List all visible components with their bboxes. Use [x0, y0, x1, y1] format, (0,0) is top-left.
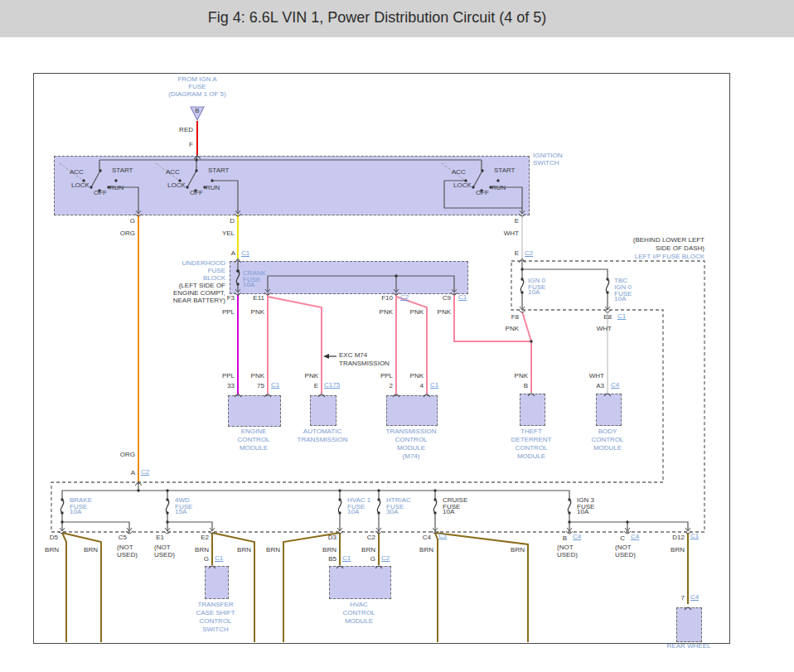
- connector-link[interactable]: C4: [690, 594, 699, 601]
- diagram-label: A3: [596, 383, 604, 389]
- diagram-label: ENGINE COMPT,: [173, 290, 225, 297]
- transmission-control-module-label: (M74): [403, 453, 420, 460]
- ignition-position-label-start-1: START: [112, 167, 133, 174]
- ignition-position-label-off-1: OFF: [94, 190, 107, 196]
- connector-link[interactable]: C4: [631, 534, 639, 540]
- connector-link[interactable]: C1: [617, 313, 626, 320]
- diagram-label: ORG: [120, 230, 135, 237]
- connector-link[interactable]: C4: [573, 534, 581, 540]
- connector-link[interactable]: C2: [525, 250, 533, 257]
- diagram-label: (BEHIND LOWER LEFT: [633, 237, 704, 244]
- ignition-position-label-off-3: OFF: [476, 190, 489, 196]
- ignition-position-label-run-1: RUN: [109, 185, 123, 191]
- diagram-label: 4: [420, 383, 424, 389]
- body-control-module-box: [596, 394, 622, 426]
- connector-link[interactable]: C1: [430, 382, 438, 389]
- diagram-label: 10A: [443, 509, 454, 515]
- connector-link[interactable]: C1: [215, 555, 223, 562]
- automatic-transmission-label: AUTOMATIC: [303, 428, 341, 435]
- hvac-control-module-label: CONTROL: [342, 610, 375, 616]
- diagram-label: 10A: [577, 509, 588, 515]
- diagram-label: UNDERHOOD: [182, 260, 225, 267]
- diagram-label: FROM IGN A: [177, 76, 216, 83]
- ignition-position-label-off-2: OFF: [190, 190, 203, 196]
- diagram-label: B: [563, 535, 567, 542]
- diagram-label: F8: [511, 314, 519, 321]
- theft-deterrent-control-module-label: CONTROL: [515, 445, 547, 452]
- diagram-label: 15A: [175, 509, 186, 515]
- bottom-crop-mask: [0, 649, 794, 672]
- diagram-label: D5: [50, 534, 58, 541]
- transfer-case-shift-control-switch-label: CONTROL: [199, 618, 231, 625]
- ignition-position-label-start-3: START: [494, 167, 515, 174]
- diagram-label: E: [515, 250, 519, 257]
- diagram-label: F10: [381, 295, 393, 302]
- diagram-label: PNK: [380, 309, 393, 316]
- diagram-label: E: [314, 383, 318, 389]
- diagram-label: G: [204, 556, 209, 563]
- connector-link[interactable]: C1: [690, 533, 699, 539]
- connector-link[interactable]: C2: [141, 469, 149, 476]
- diagram-label: (NOT: [557, 544, 574, 551]
- connector-link[interactable]: C1: [438, 533, 447, 539]
- title-bar: Fig 4: 6.6L VIN 1, Power Distribution Ci…: [0, 0, 794, 37]
- engine-control-module-label: CONTROL: [237, 437, 269, 443]
- diagram-label: USED): [154, 552, 175, 558]
- connector-link[interactable]: C1: [241, 250, 249, 257]
- diagram-label: (NOT: [154, 544, 171, 551]
- ignition-position-label-acc-3: ACC: [452, 169, 466, 176]
- connector-link[interactable]: C4: [611, 382, 619, 389]
- diagram-label: BRN: [419, 547, 433, 554]
- diagram-label: A: [131, 470, 135, 476]
- diagram-label: BRN: [195, 547, 209, 554]
- diagram-label: PNK: [515, 373, 528, 380]
- diagram-label: B: [195, 108, 199, 114]
- diagram-label: BRN: [237, 547, 251, 554]
- diagram-label: PNK: [251, 309, 264, 316]
- diagram-label: USED): [117, 552, 138, 558]
- diagram-label: BRN: [671, 547, 685, 554]
- ignition-position-label-run-3: RUN: [491, 185, 506, 191]
- diagram-label: YEL: [222, 230, 235, 237]
- body-control-module-label: CONTROL: [591, 437, 623, 443]
- diagram-label: NEAR BATTERY): [173, 297, 225, 304]
- connector-link[interactable]: C1: [458, 294, 467, 301]
- connector-link[interactable]: C2: [381, 555, 390, 562]
- connector-link[interactable]: C2: [400, 294, 409, 301]
- diagram-label: EXC M74: [339, 352, 367, 359]
- connector-link[interactable]: C175: [324, 382, 340, 389]
- automatic-transmission-label: TRANSMISSION: [298, 437, 348, 443]
- theft-deterrent-control-module-label: MODULE: [517, 453, 545, 460]
- connector-link[interactable]: C1: [342, 555, 351, 562]
- diagram-label: LEFT I/P FUSE BLOCK: [635, 254, 704, 260]
- diagram-label: E2: [201, 534, 209, 541]
- diagram-label: D12: [672, 534, 685, 541]
- diagram-label: 75: [257, 383, 264, 389]
- diagram-label: BRN: [45, 547, 59, 554]
- engine-control-module-box: [228, 395, 281, 427]
- ignition-position-label-acc-1: ACC: [70, 169, 84, 176]
- diagram-label: E1: [156, 534, 164, 541]
- diagram-label: 30A: [386, 509, 398, 515]
- transmission-control-module-label: TRANSMISSION: [386, 428, 437, 435]
- diagram-label: C2: [367, 534, 375, 541]
- ignition-position-label-lock-1: LOCK: [71, 182, 90, 189]
- diagram-label: F: [189, 142, 193, 148]
- diagram-label: B: [524, 383, 528, 389]
- diagram-label: C: [620, 535, 625, 542]
- diagram-label: FUSE: [188, 84, 206, 90]
- diagram-label: PNK: [410, 309, 424, 316]
- diagram-label: F3: [227, 295, 235, 302]
- diagram-label: PPL: [222, 373, 235, 380]
- theft-deterrent-control-module-box: [520, 394, 545, 426]
- connector-link[interactable]: C1: [271, 382, 279, 389]
- diagram-label: (NOT: [117, 544, 133, 551]
- diagram-label: BRN: [511, 547, 525, 554]
- diagram-label: BRN: [322, 547, 336, 554]
- ignition-position-label-lock-3: LOCK: [453, 182, 472, 189]
- hvac-control-module-box: [329, 566, 391, 599]
- transfer-case-shift-control-switch-label: CASE SHIFT: [196, 610, 235, 616]
- diagram-label: WHT: [597, 326, 612, 332]
- diagram-label: 10A: [347, 509, 359, 515]
- diagram-label: C4: [423, 534, 431, 541]
